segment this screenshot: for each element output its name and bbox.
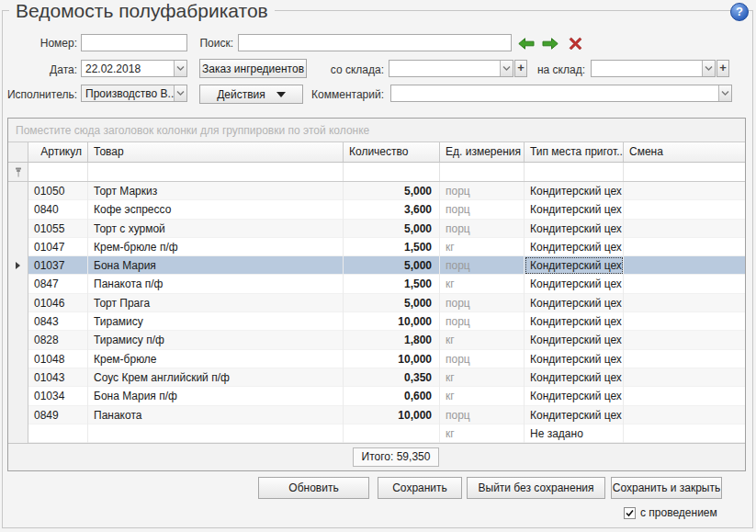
cell-product[interactable]: Тирамису п/ф (88, 331, 344, 349)
cell-prep[interactable]: Кондитерский цех (525, 312, 624, 331)
cell-qty[interactable]: 5,000 (344, 182, 440, 200)
column-header-article[interactable]: Артикул (28, 142, 88, 162)
add-from-warehouse-button[interactable]: + (514, 60, 527, 77)
cell-qty[interactable]: 1,500 (344, 275, 440, 293)
cell-prep[interactable]: Кондитерский цех (525, 387, 624, 405)
table-row[interactable]: 01050Торт Маркиз5,000порцКондитерский це… (8, 182, 745, 200)
with-posting-checkbox[interactable]: с проведением (624, 506, 717, 519)
executor-select[interactable]: Производство В... (81, 85, 187, 102)
cell-article[interactable]: 01055 (28, 220, 88, 238)
cell-shift[interactable] (624, 275, 745, 293)
save-and-close-button[interactable]: Сохранить и закрыть (611, 477, 722, 499)
refresh-button[interactable]: Обновить (258, 477, 369, 499)
column-header-unit[interactable]: Ед. измерения (440, 142, 525, 162)
table-row[interactable]: 01046Торт Прага5,000порцКондитерский цех (8, 294, 745, 312)
cell-unit[interactable]: порц (440, 220, 525, 238)
cell-qty[interactable]: 5,000 (344, 256, 440, 275)
table-row[interactable]: 0843Тирамису10,000порцКондитерский цех (8, 312, 745, 331)
cell-unit[interactable]: порц (440, 256, 525, 275)
cell-qty[interactable]: 10,000 (344, 312, 440, 331)
cell-qty[interactable]: 5,000 (344, 294, 440, 312)
cell-shift[interactable] (624, 200, 745, 219)
cell-prep[interactable]: Кондитерский цех (525, 200, 624, 219)
clear-search-icon[interactable] (569, 37, 582, 51)
to-warehouse-select[interactable] (591, 60, 716, 77)
column-header-shift[interactable]: Смена (624, 142, 745, 162)
cell-qty[interactable]: 10,000 (344, 350, 440, 368)
cell-product[interactable]: Крем-брюле (88, 350, 344, 368)
filter-cell-shift[interactable] (624, 163, 745, 181)
cell-qty[interactable]: 1,500 (344, 238, 440, 256)
help-icon[interactable]: ? (730, 3, 749, 21)
cell-prep[interactable]: Кондитерский цех (525, 182, 624, 200)
column-header-product[interactable]: Товар (88, 142, 344, 162)
cell-product[interactable]: Торт Маркиз (88, 182, 344, 200)
table-row[interactable]: 01048Крем-брюле10,000порцКондитерский це… (8, 350, 745, 368)
cell-product[interactable]: Тирамису (88, 312, 344, 331)
cell-qty[interactable] (344, 424, 440, 443)
prev-arrow-icon[interactable] (518, 38, 535, 50)
cell-qty[interactable]: 1,800 (344, 331, 440, 349)
cell-unit[interactable]: кг (440, 368, 525, 387)
cell-shift[interactable] (624, 294, 745, 312)
chevron-down-icon[interactable] (174, 85, 186, 101)
cell-unit[interactable]: порц (440, 406, 525, 424)
cell-product[interactable]: Торт Прага (88, 294, 344, 312)
exit-without-saving-button[interactable]: Выйти без сохранения (467, 477, 605, 499)
cell-shift[interactable] (624, 350, 745, 368)
date-picker[interactable]: 22.02.2018 (81, 60, 187, 77)
cell-article[interactable]: 01047 (28, 238, 88, 256)
filter-cell-qty[interactable] (344, 163, 440, 181)
cell-product[interactable]: Крем-брюле п/ф (88, 238, 344, 256)
table-row[interactable]: 0849Панакота10,000порцКондитерский цех (8, 406, 745, 424)
table-row[interactable]: 0847Панакота п/ф1,500кгКондитерский цех (8, 275, 745, 293)
cell-unit[interactable]: кг (440, 275, 525, 293)
cell-qty[interactable]: 0,350 (344, 368, 440, 387)
cell-product[interactable]: Панакота п/ф (88, 275, 344, 293)
cell-prep[interactable]: Кондитерский цех (525, 406, 624, 424)
cell-article[interactable]: 0840 (28, 200, 88, 219)
checkbox-icon[interactable] (624, 507, 636, 519)
cell-article[interactable]: 01034 (28, 387, 88, 405)
cell-product[interactable] (88, 424, 344, 443)
cell-unit[interactable]: порц (440, 312, 525, 331)
cell-prep[interactable]: Кондитерский цех (525, 331, 624, 349)
cell-product[interactable]: Бона Мария (88, 256, 344, 275)
filter-cell-product[interactable] (88, 163, 344, 181)
column-header-prep[interactable]: Тип места пригот... (525, 142, 624, 162)
cell-article[interactable]: 01043 (28, 368, 88, 387)
cell-unit[interactable]: кг (440, 238, 525, 256)
cell-article[interactable]: 0849 (28, 406, 88, 424)
table-row[interactable]: 01055Торт с хурмой5,000порцКондитерский … (8, 220, 745, 238)
cell-unit[interactable]: порц (440, 200, 525, 219)
cell-prep[interactable]: Кондитерский цех (525, 350, 624, 368)
cell-product[interactable]: Соус Крем английский п/ф (88, 368, 344, 387)
cell-qty[interactable]: 10,000 (344, 406, 440, 424)
cell-unit[interactable]: порц (440, 182, 525, 200)
save-button[interactable]: Сохранить (378, 477, 462, 499)
cell-shift[interactable] (624, 424, 745, 443)
table-row[interactable]: кгНе задано (8, 424, 745, 443)
actions-button[interactable]: Действия (199, 85, 303, 104)
filter-cell-unit[interactable] (440, 163, 525, 181)
cell-article[interactable]: 0843 (28, 312, 88, 331)
order-ingredients-button[interactable]: Заказ ингредиентов (199, 59, 307, 78)
cell-qty[interactable]: 3,600 (344, 200, 440, 219)
cell-qty[interactable]: 5,000 (344, 220, 440, 238)
chevron-down-icon[interactable] (500, 61, 513, 76)
cell-shift[interactable] (624, 238, 745, 256)
chevron-down-icon[interactable] (702, 61, 715, 76)
column-header-qty[interactable]: Количество (344, 142, 440, 162)
cell-prep[interactable]: Кондитерский цех (525, 275, 624, 293)
cell-shift[interactable] (624, 331, 745, 349)
chevron-down-icon[interactable] (718, 85, 731, 101)
cell-prep[interactable]: Кондитерский цех (525, 256, 624, 275)
table-row[interactable]: 01037Бона Мария5,000порцКондитерский цех (8, 256, 745, 275)
cell-article[interactable]: 01048 (28, 350, 88, 368)
cell-shift[interactable] (624, 387, 745, 405)
table-row[interactable]: 01047Крем-брюле п/ф1,500кгКондитерский ц… (8, 238, 745, 256)
cell-unit[interactable]: кг (440, 387, 525, 405)
cell-article[interactable]: 01050 (28, 182, 88, 200)
cell-unit[interactable]: порц (440, 350, 525, 368)
cell-product[interactable]: Кофе эспрессо (88, 200, 344, 219)
